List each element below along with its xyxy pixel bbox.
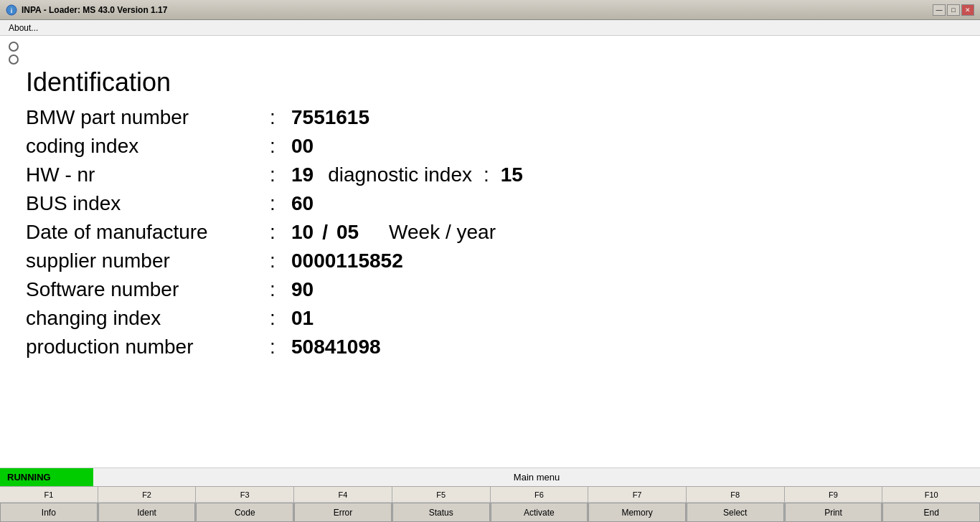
fkey-label-f4: F4	[294, 487, 392, 503]
field-label-production-number: production number	[26, 336, 270, 359]
fkey-label-f7: F7	[588, 487, 686, 503]
field-value-bmw-part-number: 7551615	[291, 106, 369, 129]
radio-item-2	[9, 54, 971, 65]
table-row: Date of manufacture : 10 / 05 Week / yea…	[14, 218, 966, 247]
function-keys-bar: F1 Info F2 Ident F3 Code F4 Error F5 Sta…	[0, 486, 980, 522]
fkey-label-f1: F1	[0, 487, 98, 503]
status-bar: RUNNING Main menu	[0, 468, 980, 486]
fkey-group-f4: F4 Error	[294, 487, 392, 522]
maximize-button[interactable]: □	[947, 4, 960, 16]
fkey-button-code[interactable]: Code	[196, 503, 293, 522]
fkey-label-f9: F9	[785, 487, 882, 503]
field-label-week-year: Week / year	[389, 221, 496, 244]
running-indicator: RUNNING	[0, 468, 93, 486]
field-label-software-number: Software number	[26, 278, 270, 301]
colon-4: :	[270, 221, 291, 244]
fkey-label-f2: F2	[98, 487, 196, 503]
table-row: BUS index : 60	[14, 189, 966, 218]
svg-text:i: i	[11, 7, 13, 14]
field-label-supplier-number: supplier number	[26, 250, 270, 272]
fkey-group-f3: F3 Code	[196, 487, 294, 522]
field-label-diagnostic-index: diagnostic index	[328, 163, 472, 186]
radio-button-2[interactable]	[9, 54, 19, 65]
fkey-group-f10: F10 End	[882, 487, 980, 522]
date-value-group: 10 / 05 Week / year	[291, 221, 496, 244]
field-value-coding-index: 00	[291, 135, 314, 158]
field-value-production-number: 50841098	[291, 336, 381, 359]
main-menu-label: Main menu	[93, 472, 980, 483]
field-value-software-number: 90	[291, 278, 314, 301]
table-row: Software number : 90	[14, 275, 966, 304]
colon-8: :	[270, 336, 291, 359]
colon-extra-2: :	[484, 163, 489, 186]
table-row: changing index : 01	[14, 304, 966, 333]
colon-6: :	[270, 278, 291, 301]
table-row: production number : 50841098	[14, 333, 966, 361]
fkey-button-activate[interactable]: Activate	[491, 503, 588, 522]
fkey-label-f5: F5	[392, 487, 490, 503]
fkey-group-f8: F8 Select	[687, 487, 785, 522]
colon-1: :	[270, 135, 291, 158]
fkey-group-f7: F7 Memory	[588, 487, 687, 522]
fkey-button-end[interactable]: End	[882, 503, 980, 522]
fkey-group-f6: F6 Activate	[491, 487, 589, 522]
field-label-bus-index: BUS index	[26, 192, 270, 215]
colon-2: :	[270, 163, 291, 186]
main-content: Identification BMW part number : 7551615…	[0, 67, 980, 468]
colon-3: :	[270, 192, 291, 215]
minimize-button[interactable]: —	[933, 4, 946, 16]
fkey-label-f10: F10	[882, 487, 980, 503]
field-value-date-week: 10	[291, 221, 314, 244]
field-value-supplier-number: 0000115852	[291, 250, 403, 272]
fkey-button-print[interactable]: Print	[785, 503, 882, 522]
fkey-button-error[interactable]: Error	[294, 503, 392, 522]
field-label-hw-nr: HW - nr	[26, 163, 270, 186]
app-icon: i	[6, 4, 17, 16]
page-title: Identification	[14, 67, 966, 98]
field-value-changing-index: 01	[291, 307, 314, 330]
radio-item-1	[9, 42, 971, 52]
field-value-hw-nr: 19	[291, 163, 314, 186]
field-value-date-year: 05	[336, 221, 359, 244]
field-value-bus-index: 60	[291, 192, 314, 215]
field-label-bmw-part-number: BMW part number	[26, 106, 270, 129]
table-row: supplier number : 0000115852	[14, 247, 966, 275]
fkey-group-f1: F1 Info	[0, 487, 98, 522]
fkey-group-f5: F5 Status	[392, 487, 491, 522]
date-slash: /	[322, 221, 328, 244]
table-row: coding index : 00	[14, 132, 966, 161]
colon-0: :	[270, 106, 291, 129]
fkey-group-f9: F9 Print	[785, 487, 883, 522]
field-value-diagnostic-index: 15	[501, 163, 523, 186]
field-label-changing-index: changing index	[26, 307, 270, 330]
fkey-label-f3: F3	[196, 487, 293, 503]
window-title: INPA - Loader: MS 43.0 Version 1.17	[22, 5, 167, 15]
fkey-button-memory[interactable]: Memory	[588, 503, 686, 522]
fkey-label-f6: F6	[491, 487, 588, 503]
field-label-coding-index: coding index	[26, 135, 270, 158]
table-row: BMW part number : 7551615	[14, 103, 966, 132]
table-row: HW - nr : 19 diagnostic index : 15	[14, 161, 966, 189]
fkey-button-select[interactable]: Select	[687, 503, 784, 522]
fkey-group-f2: F2 Ident	[98, 487, 197, 522]
menu-bar: About...	[0, 20, 980, 36]
fkey-button-ident[interactable]: Ident	[98, 503, 196, 522]
fkey-button-info[interactable]: Info	[0, 503, 98, 522]
radio-button-1[interactable]	[9, 42, 19, 52]
fkey-button-status[interactable]: Status	[392, 503, 490, 522]
colon-7: :	[270, 307, 291, 330]
fkey-label-f8: F8	[687, 487, 784, 503]
title-bar: i INPA - Loader: MS 43.0 Version 1.17 — …	[0, 0, 980, 20]
about-menu-item[interactable]: About...	[4, 22, 42, 34]
field-label-date-manufacture: Date of manufacture	[26, 221, 270, 244]
close-button[interactable]: ✕	[961, 4, 974, 16]
colon-5: :	[270, 250, 291, 272]
radio-area	[0, 36, 980, 67]
